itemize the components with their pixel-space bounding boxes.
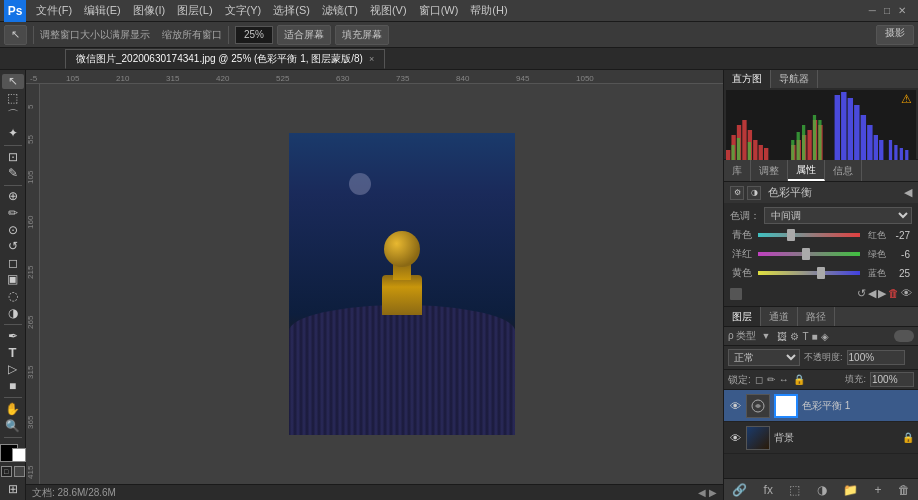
tab-library[interactable]: 库 [724, 160, 751, 181]
quick-mask[interactable] [14, 466, 25, 477]
filter-adj-icon[interactable]: ⚙ [790, 331, 799, 342]
tool-lasso[interactable]: ⌒ [2, 107, 24, 124]
magenta-green-thumb[interactable] [802, 248, 810, 260]
tool-pen[interactable]: ✒ [2, 328, 24, 343]
tool-shape[interactable]: ■ [2, 379, 24, 394]
canvas-viewport[interactable] [40, 84, 723, 484]
filter-kind-icon[interactable]: 🖼 [777, 331, 787, 342]
menu-file[interactable]: 文件(F) [30, 1, 78, 20]
document-tab[interactable]: 微信图片_20200630174341.jpg @ 25% (色彩平衡 1, 图… [65, 49, 385, 69]
tab-layers[interactable]: 图层 [724, 307, 761, 326]
menu-edit[interactable]: 编辑(E) [78, 1, 127, 20]
adj-reset[interactable]: ↺ [857, 287, 866, 300]
lock-paint[interactable]: ✏ [767, 374, 775, 385]
filter-text-icon[interactable]: T [802, 331, 808, 342]
yellow-blue-thumb[interactable] [817, 267, 825, 279]
adj-prev[interactable]: ◀ [868, 287, 876, 300]
delete-layer-btn[interactable]: 🗑 [894, 481, 914, 499]
new-layer-btn[interactable]: + [870, 481, 885, 499]
menu-help[interactable]: 帮助(H) [464, 1, 513, 20]
tool-dodge[interactable]: ◑ [2, 305, 24, 320]
tab-paths[interactable]: 路径 [798, 307, 835, 326]
zoom-input[interactable]: 25% [235, 26, 273, 44]
preserve-lum-icon[interactable] [730, 288, 742, 300]
fill-screen-btn[interactable]: 填充屏幕 [335, 25, 389, 45]
filter-shape-icon[interactable]: ■ [812, 331, 818, 342]
menu-image[interactable]: 图像(I) [127, 1, 171, 20]
filter-toggle[interactable] [894, 330, 914, 342]
menu-layer[interactable]: 图层(L) [171, 1, 218, 20]
tool-hand[interactable]: ✋ [2, 402, 24, 417]
menu-filter[interactable]: 滤镜(T) [316, 1, 364, 20]
tool-extra[interactable]: ⊞ [2, 481, 24, 496]
color-picker[interactable] [0, 444, 26, 463]
adj-icon2[interactable]: ◑ [747, 186, 761, 200]
green-label: 绿色 [864, 248, 886, 261]
tone-select[interactable]: 中间调 [764, 207, 912, 224]
blend-mode-select[interactable]: 正常 [728, 349, 800, 366]
magenta-green-track[interactable] [758, 252, 860, 256]
opacity-input[interactable] [847, 350, 905, 365]
window-maximize[interactable]: □ [884, 5, 890, 16]
move-tool-btn[interactable]: ↖ [4, 25, 27, 45]
tool-eraser[interactable]: ◻ [2, 256, 24, 271]
window-close[interactable]: ✕ [898, 5, 906, 16]
tab-adjustments[interactable]: 调整 [751, 160, 788, 181]
fit-screen-btn[interactable]: 适合屏幕 [277, 25, 331, 45]
yellow-blue-track[interactable] [758, 271, 860, 275]
window-minimize[interactable]: ─ [869, 5, 876, 16]
background-color[interactable] [12, 448, 26, 462]
lock-all[interactable]: 🔒 [793, 374, 805, 385]
adj-next[interactable]: ▶ [878, 287, 886, 300]
tool-crop[interactable]: ⊡ [2, 149, 24, 164]
tool-gradient[interactable]: ▣ [2, 272, 24, 287]
tool-magic-wand[interactable]: ✦ [2, 126, 24, 141]
menu-view[interactable]: 视图(V) [364, 1, 413, 20]
link-layers-btn[interactable]: 🔗 [728, 481, 751, 499]
lock-artboard[interactable]: ↔ [779, 374, 789, 385]
new-group-btn[interactable]: 📁 [839, 481, 862, 499]
cyan-red-track[interactable] [758, 233, 860, 237]
add-style-btn[interactable]: fx [760, 481, 777, 499]
tab-navigator[interactable]: 导航器 [771, 70, 818, 88]
tool-move[interactable]: ↖ [2, 74, 24, 89]
tool-text[interactable]: T [2, 345, 24, 360]
tool-brush[interactable]: ✏ [2, 206, 24, 221]
standard-mode[interactable]: □ [1, 466, 12, 477]
add-mask-btn[interactable]: ⬚ [785, 481, 804, 499]
tool-path-select[interactable]: ▷ [2, 362, 24, 377]
tool-stamp[interactable]: ⊙ [2, 222, 24, 237]
cyan-red-thumb[interactable] [787, 229, 795, 241]
layer-eye-bg[interactable]: 👁 [728, 432, 742, 444]
filter-dropdown[interactable]: ▼ [761, 331, 770, 341]
tool-eyedropper[interactable]: ✎ [2, 166, 24, 181]
tool-heal[interactable]: ⊕ [2, 189, 24, 204]
filter-smart-icon[interactable]: ◈ [821, 331, 829, 342]
adj-delete[interactable]: 🗑 [888, 287, 899, 300]
tool-blur[interactable]: ◌ [2, 289, 24, 304]
workspace-btn[interactable]: 摄影 [876, 25, 914, 45]
tool-marquee[interactable]: ⬚ [2, 91, 24, 106]
adj-back[interactable]: ◀ [904, 186, 912, 199]
new-fill-btn[interactable]: ◑ [813, 481, 831, 499]
svg-rect-44 [835, 95, 840, 160]
tab-close[interactable]: × [369, 54, 374, 64]
tab-histogram[interactable]: 直方图 [724, 70, 771, 88]
magenta-label: 洋红 [732, 247, 754, 261]
lock-transparent[interactable]: ◻ [755, 374, 763, 385]
layer-item-color-balance[interactable]: 👁 色彩平衡 1 [724, 390, 918, 422]
tool-zoom[interactable]: 🔍 [2, 418, 24, 433]
menu-select[interactable]: 选择(S) [267, 1, 316, 20]
menu-window[interactable]: 窗口(W) [413, 1, 465, 20]
adj-visibility[interactable]: 👁 [901, 287, 912, 300]
tab-properties[interactable]: 属性 [788, 160, 825, 181]
fill-input[interactable] [870, 372, 914, 387]
adj-icon1[interactable]: ⚙ [730, 186, 744, 200]
tab-info[interactable]: 信息 [825, 160, 862, 181]
svg-rect-52 [889, 140, 892, 160]
layer-eye-cb[interactable]: 👁 [728, 400, 742, 412]
layer-item-background[interactable]: 👁 背景 🔒 [724, 422, 918, 454]
menu-text[interactable]: 文字(Y) [219, 1, 268, 20]
tool-history-brush[interactable]: ↺ [2, 239, 24, 254]
tab-channels[interactable]: 通道 [761, 307, 798, 326]
